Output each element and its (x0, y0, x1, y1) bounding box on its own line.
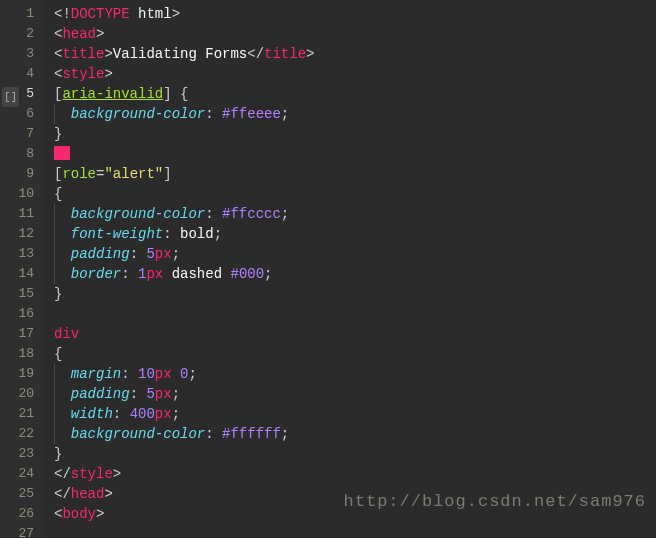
code-token: > (104, 486, 112, 502)
code-line[interactable]: { (54, 344, 656, 364)
code-token: > (113, 466, 121, 482)
code-line[interactable]: } (54, 284, 656, 304)
color-swatch-icon (54, 146, 70, 160)
code-token: > (172, 6, 180, 22)
code-token: background-color (71, 206, 205, 222)
code-token: #ffcccc (222, 206, 281, 222)
line-number: 6 (0, 104, 34, 124)
code-token: </ (54, 466, 71, 482)
code-token: body (62, 506, 96, 522)
code-token: { (54, 186, 62, 202)
code-token: : (130, 386, 147, 402)
code-line[interactable]: [aria-invalid] { (54, 84, 656, 104)
code-token: ; (281, 426, 289, 442)
line-number: 2 (0, 24, 34, 44)
code-line[interactable] (54, 304, 656, 324)
code-token: 400 (130, 406, 155, 422)
code-line[interactable] (54, 524, 656, 538)
code-token: } (54, 446, 62, 462)
code-token: font-weight (71, 226, 163, 242)
line-number: 18 (0, 344, 34, 364)
code-token: role (62, 166, 96, 182)
code-token: ; (172, 246, 180, 262)
code-token: 5 (146, 386, 154, 402)
code-token: { (180, 86, 188, 102)
code-line[interactable]: <body> (54, 504, 656, 524)
code-token: : (205, 426, 222, 442)
code-token: > (96, 26, 104, 42)
line-number: 7 (0, 124, 34, 144)
code-token: html (130, 6, 172, 22)
code-token: : (130, 246, 147, 262)
code-line[interactable]: border: 1px dashed #000; (54, 264, 656, 284)
line-number: 25 (0, 484, 34, 504)
code-token: #ffeeee (222, 106, 281, 122)
line-number: 15 (0, 284, 34, 304)
code-line[interactable] (54, 144, 656, 164)
code-line[interactable]: } (54, 444, 656, 464)
code-line[interactable]: background-color: #ffffff; (54, 424, 656, 444)
code-line[interactable]: font-weight: bold; (54, 224, 656, 244)
code-line[interactable]: <!DOCTYPE html> (54, 4, 656, 24)
code-token: ; (264, 266, 272, 282)
code-token: title (264, 46, 306, 62)
code-token: style (71, 466, 113, 482)
code-line[interactable]: width: 400px; (54, 404, 656, 424)
code-token: padding (71, 386, 130, 402)
code-area[interactable]: <!DOCTYPE html><head><title>Validating F… (44, 0, 656, 538)
fold-marker-icon: [] (2, 87, 19, 107)
code-token: > (96, 506, 104, 522)
code-token: DOCTYPE (71, 6, 130, 22)
code-token: : (121, 366, 138, 382)
code-line[interactable]: margin: 10px 0; (54, 364, 656, 384)
line-number: 1 (0, 4, 34, 24)
code-token: ; (172, 406, 180, 422)
code-token: padding (71, 246, 130, 262)
code-token: px (155, 246, 172, 262)
code-token: px (155, 386, 172, 402)
line-number: 13 (0, 244, 34, 264)
code-token: 10 (138, 366, 155, 382)
code-token: "alert" (104, 166, 163, 182)
code-token: margin (71, 366, 121, 382)
code-token: ; (281, 106, 289, 122)
code-line[interactable]: [role="alert"] (54, 164, 656, 184)
code-token: #000 (230, 266, 264, 282)
code-line[interactable]: padding: 5px; (54, 244, 656, 264)
code-line[interactable]: } (54, 124, 656, 144)
code-token: 5 (146, 246, 154, 262)
code-editor[interactable]: [] 1234567891011121314151617181920212223… (0, 0, 656, 538)
line-number-gutter: 1234567891011121314151617181920212223242… (0, 0, 44, 538)
code-token: px (155, 366, 172, 382)
code-token: : (113, 406, 130, 422)
code-line[interactable]: background-color: #ffeeee; (54, 104, 656, 124)
code-token: px (146, 266, 163, 282)
code-line[interactable]: padding: 5px; (54, 384, 656, 404)
line-number: 14 (0, 264, 34, 284)
code-line[interactable]: <head> (54, 24, 656, 44)
line-number: 4 (0, 64, 34, 84)
code-token: <! (54, 6, 71, 22)
line-number: 26 (0, 504, 34, 524)
code-token: : (163, 226, 180, 242)
code-line[interactable]: <style> (54, 64, 656, 84)
code-token: Validating Forms (113, 46, 247, 62)
code-token: background-color (71, 106, 205, 122)
code-token: : (205, 206, 222, 222)
line-number: 19 (0, 364, 34, 384)
code-token: style (62, 66, 104, 82)
code-token: dashed (163, 266, 230, 282)
code-line[interactable]: </head> (54, 484, 656, 504)
code-token: : (205, 106, 222, 122)
code-token: ] (163, 166, 171, 182)
code-line[interactable]: div (54, 324, 656, 344)
code-line[interactable]: { (54, 184, 656, 204)
code-token: background-color (71, 426, 205, 442)
line-number: 8 (0, 144, 34, 164)
code-line[interactable]: <title>Validating Forms</title> (54, 44, 656, 64)
code-line[interactable]: background-color: #ffcccc; (54, 204, 656, 224)
line-number: 11 (0, 204, 34, 224)
line-number: 20 (0, 384, 34, 404)
line-number: 12 (0, 224, 34, 244)
code-line[interactable]: </style> (54, 464, 656, 484)
